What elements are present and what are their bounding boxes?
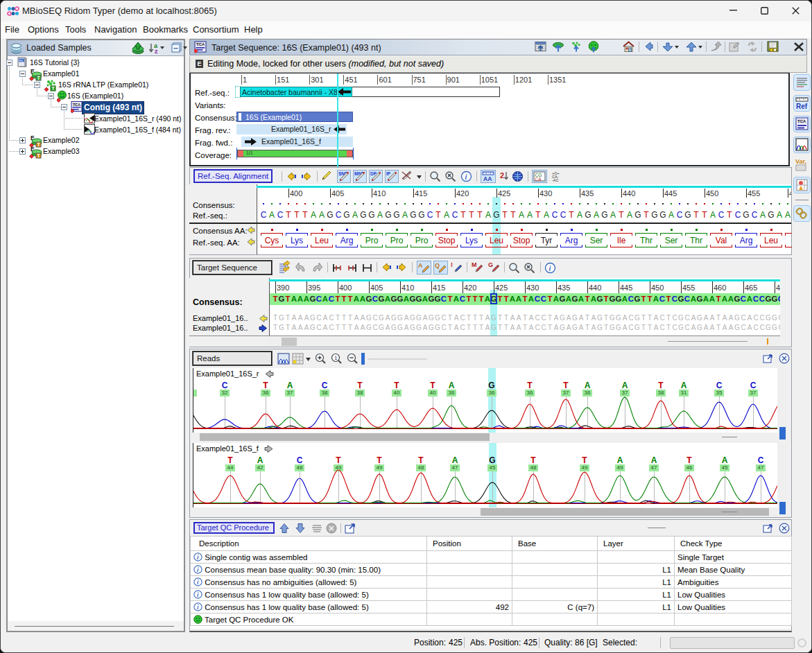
- svg-text:2: 2: [500, 171, 504, 180]
- svg-text:CA: CA: [535, 177, 542, 182]
- svg-text:Var,: Var,: [795, 158, 806, 165]
- svg-text:T: T: [52, 86, 55, 91]
- svg-text:Q: Q: [435, 262, 440, 269]
- svg-text:TCA: TCA: [797, 119, 806, 123]
- svg-text:Prj: Prj: [19, 59, 23, 62]
- svg-text:G: G: [488, 261, 493, 268]
- svg-text:!: !: [451, 261, 453, 268]
- svg-text:Ref: Ref: [796, 103, 808, 110]
- svg-text:TCA: TCA: [196, 42, 205, 46]
- svg-text:i: i: [549, 265, 551, 272]
- svg-text:z: z: [155, 48, 158, 54]
- svg-text:T: T: [37, 153, 41, 158]
- svg-text:IP: IP: [386, 171, 391, 176]
- svg-text:T: T: [37, 76, 41, 80]
- svg-text:1: 1: [334, 355, 337, 361]
- svg-text:i: i: [465, 173, 467, 181]
- svg-text:-AC: -AC: [552, 178, 559, 182]
- svg-text:M: M: [472, 261, 477, 268]
- svg-text:TCA: TCA: [73, 103, 80, 107]
- svg-text:A: A: [418, 262, 423, 269]
- svg-text:AA: AA: [483, 175, 492, 182]
